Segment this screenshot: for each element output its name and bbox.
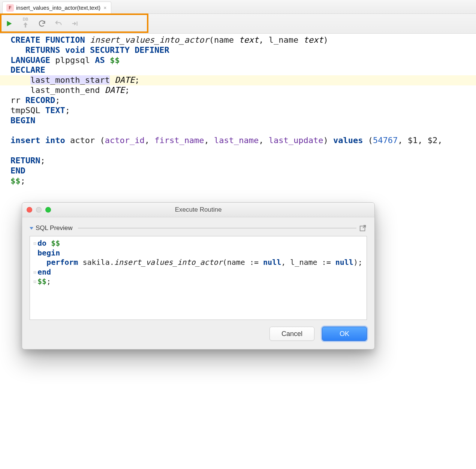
code-text: ,: [204, 136, 214, 145]
code-text: ): [323, 136, 328, 145]
close-icon[interactable]: ×: [103, 5, 107, 11]
cancel-button[interactable]: Cancel: [269, 327, 314, 341]
fold-icon[interactable]: ⊟: [32, 279, 37, 285]
kw-return: RETURN: [10, 156, 40, 165]
code-text: ;: [46, 277, 51, 286]
col-name: first_name: [154, 136, 204, 145]
execute-routine-dialog: Execute Routine SQL Preview ⊟do $$ begin…: [22, 202, 375, 350]
var-name: tmpSQL: [10, 106, 40, 115]
code-text: , l_name: [259, 35, 303, 45]
code-text: [10, 75, 30, 85]
code-text: (name: [209, 35, 239, 45]
selected-var: last_month_start: [30, 75, 110, 85]
dollar-quote: $$: [110, 55, 120, 65]
db-submit-button[interactable]: DB: [20, 18, 31, 29]
code-editor[interactable]: CREATE FUNCTION insert_values_into_actor…: [0, 34, 476, 197]
type-text: TEXT: [40, 106, 65, 115]
kw-null: null: [335, 258, 353, 267]
dollar-quote: $$: [10, 176, 21, 185]
dialog-title: Execute Routine: [175, 206, 222, 214]
fn-name: insert_values_into_actor: [114, 258, 223, 267]
kw-end: END: [10, 166, 25, 175]
kw-do: do: [37, 239, 51, 248]
refresh-button[interactable]: [37, 18, 47, 29]
code-text: ;: [135, 75, 139, 85]
dollar-quote: $$: [37, 277, 46, 286]
kw-create: CREATE FUNCTION: [10, 35, 90, 45]
code-text: ;: [40, 156, 45, 165]
code-text: ;: [125, 85, 130, 95]
kw-null: null: [263, 258, 281, 267]
type-date: DATE: [110, 75, 135, 85]
db-label: DB: [23, 18, 28, 21]
kw-end: end: [37, 267, 51, 276]
code-text: ;: [55, 96, 60, 105]
code-text: );: [353, 258, 362, 267]
sql-preview-header[interactable]: SQL Preview: [30, 224, 367, 232]
sql-preview-editor[interactable]: ⊟do $$ begin perform sakila.insert_value…: [30, 236, 367, 320]
fn-name: insert_values_into_actor: [90, 35, 209, 45]
code-text: ,: [145, 136, 155, 145]
var-name: rr: [10, 96, 21, 105]
editor-toolbar: DB: [0, 14, 476, 34]
fold-icon[interactable]: ⊟: [32, 241, 37, 246]
dollar-quote: $$: [51, 239, 60, 248]
code-text: (name :=: [223, 258, 263, 267]
kw-begin: BEGIN: [10, 116, 35, 125]
traffic-lights: [27, 207, 51, 213]
ok-button[interactable]: OK: [322, 327, 367, 341]
code-text: (: [100, 136, 105, 145]
function-icon: F: [6, 4, 14, 12]
code-text: [10, 85, 30, 95]
code-text: , $1, $2,: [398, 136, 447, 145]
kw-perform: perform: [46, 258, 82, 267]
code-text: (: [368, 136, 373, 145]
type-record: RECORD: [21, 96, 55, 105]
number-literal: 54767: [373, 136, 398, 145]
highlighted-line: last_month_start DATE;: [0, 75, 476, 85]
kw-returns: RETURNS void SECURITY DEFINER: [10, 45, 169, 55]
col-name: last_update: [269, 136, 323, 145]
window-minimize-button[interactable]: [36, 207, 42, 213]
gutter: [32, 260, 37, 266]
code-text: ;: [21, 176, 25, 185]
dialog-buttons: Cancel OK: [22, 320, 374, 349]
code-text: ;: [65, 106, 70, 115]
window-close-button[interactable]: [27, 207, 32, 213]
code-text: ): [323, 35, 328, 45]
undo-button[interactable]: [53, 18, 64, 29]
dialog-body: SQL Preview ⊟do $$ begin perform sakila.…: [22, 217, 374, 320]
var-name: last_month_end: [30, 85, 100, 95]
kw-language: LANGUAGE: [10, 55, 55, 65]
col-name: actor_id: [105, 136, 145, 145]
kw-values: values: [328, 136, 368, 145]
code-text: , l_name :=: [281, 258, 335, 267]
gutter: [32, 250, 37, 256]
open-in-editor-icon[interactable]: [359, 224, 367, 232]
col-name: last_name: [214, 136, 259, 145]
divider: [78, 228, 356, 229]
code-text: ,: [259, 136, 269, 145]
tab-title: insert_values_into_actor(text,text): [16, 4, 100, 11]
kw-begin: begin: [37, 248, 60, 257]
code-text: [37, 258, 46, 267]
table-name: actor: [70, 136, 100, 145]
schema-name: sakila.: [82, 258, 114, 267]
type-text: text: [304, 35, 323, 45]
step-button[interactable]: [70, 18, 80, 29]
editor-tab[interactable]: F insert_values_into_actor(text,text) ×: [2, 1, 111, 13]
dialog-titlebar[interactable]: Execute Routine: [22, 203, 374, 217]
kw-as: AS: [90, 55, 110, 65]
code-text: plpgsql: [55, 55, 90, 65]
kw-insert: insert into: [10, 136, 70, 145]
chevron-down-icon: [30, 227, 33, 230]
section-title: SQL Preview: [36, 224, 73, 232]
kw-declare: DECLARE: [10, 65, 45, 75]
run-button[interactable]: [4, 18, 14, 29]
window-zoom-button[interactable]: [45, 207, 51, 213]
tab-bar: F insert_values_into_actor(text,text) ×: [0, 0, 476, 14]
fold-icon[interactable]: ⊟: [32, 270, 37, 275]
type-date: DATE: [100, 85, 124, 95]
type-text: text: [239, 35, 259, 45]
